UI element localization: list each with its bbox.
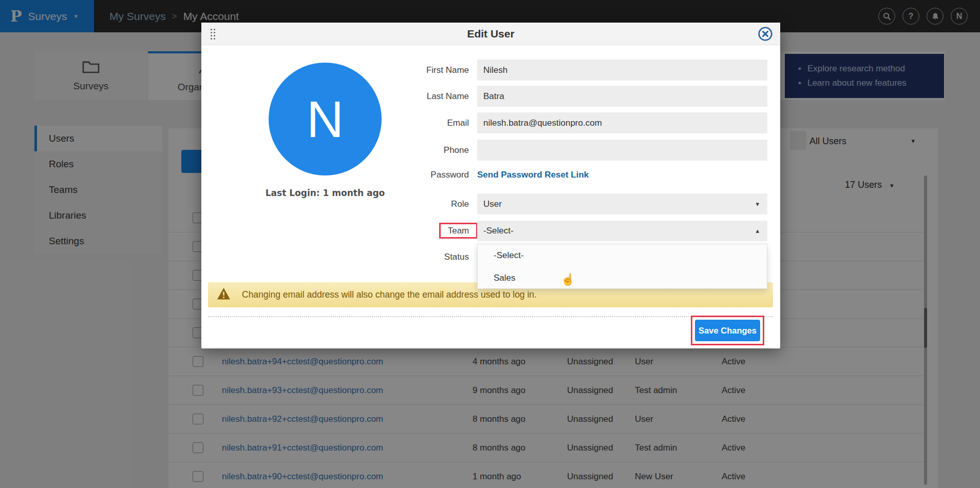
first-name-label: First Name (330, 60, 469, 81)
role-value: User (483, 199, 502, 209)
status-label: Status (330, 249, 469, 265)
last-name-label: Last Name (330, 86, 469, 107)
role-label: Role (330, 193, 469, 215)
modal-title: Edit User (201, 23, 780, 45)
team-option-sales[interactable]: Sales (478, 267, 767, 289)
warning-triangle-icon (217, 287, 231, 302)
footer-divider (208, 316, 773, 317)
team-option-select[interactable]: -Select- (478, 244, 767, 267)
phone-label: Phone (330, 140, 469, 161)
email-field[interactable] (477, 112, 767, 133)
page: P Surveys ▾ My Surveys > My Account ? N … (0, 0, 980, 488)
warning-text: Changing email address will also change … (242, 289, 537, 300)
save-changes-button[interactable]: Save Changes (695, 320, 760, 341)
team-value: -Select- (483, 226, 514, 236)
last-name-field[interactable] (477, 86, 767, 107)
close-icon[interactable] (758, 26, 773, 42)
phone-field[interactable] (477, 140, 767, 161)
team-dropdown-menu: -Select- Sales (477, 244, 767, 289)
team-label-annotation: Team (439, 223, 478, 239)
send-password-reset-link[interactable]: Send Password Reset Link (477, 170, 589, 180)
role-select[interactable]: User ▾ (477, 193, 767, 214)
password-label: Password (330, 167, 469, 183)
chevron-up-icon: ▴ (756, 221, 759, 241)
modal-header: Edit User (201, 23, 780, 45)
edit-user-modal: Edit User N Last Login: 1 month ago Firs… (201, 23, 780, 348)
email-label: Email (330, 112, 469, 133)
drag-handle-icon[interactable] (211, 29, 216, 40)
chevron-down-icon: ▾ (756, 193, 759, 214)
team-select[interactable]: -Select- ▴ (477, 221, 767, 241)
mouse-pointer-icon: ☝ (561, 273, 575, 286)
first-name-field[interactable] (477, 60, 767, 81)
team-label: Team (448, 226, 469, 236)
